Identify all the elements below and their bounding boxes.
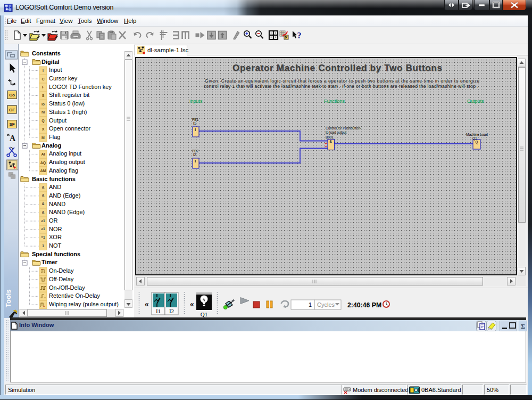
svg-text:&: &: [42, 193, 45, 197]
svg-text:AQ: AQ: [40, 161, 46, 165]
svg-text:M: M: [41, 136, 45, 140]
svg-text:Co: Co: [9, 93, 15, 97]
svg-text:SF: SF: [9, 122, 14, 127]
svg-text:«: «: [145, 300, 149, 308]
svg-text:&: &: [42, 185, 45, 189]
svg-text:I1: I1: [156, 308, 161, 314]
svg-text:hi: hi: [41, 110, 45, 114]
svg-text:2:40:46 PM: 2:40:46 PM: [347, 301, 381, 309]
svg-text:=1: =1: [41, 235, 45, 239]
svg-text:I: I: [43, 69, 44, 72]
svg-text:&: &: [42, 202, 45, 206]
svg-text:lo: lo: [41, 102, 45, 106]
svg-text:&: &: [329, 140, 332, 143]
svg-text:S: S: [42, 94, 45, 97]
svg-text:GF: GF: [9, 108, 15, 112]
svg-text:I2: I2: [169, 308, 174, 314]
svg-text:Σ: Σ: [521, 322, 526, 330]
svg-text:X: X: [42, 127, 45, 131]
svg-text:Q: Q: [41, 119, 45, 123]
svg-text:AI: AI: [41, 152, 45, 156]
svg-text:Cycles: Cycles: [317, 301, 335, 308]
svg-text:F: F: [42, 85, 45, 89]
svg-text:«: «: [190, 300, 194, 308]
svg-text:Q: Q: [475, 140, 478, 144]
svg-text:1: 1: [42, 244, 44, 248]
svg-text:&: &: [42, 210, 45, 214]
svg-text:Q1: Q1: [201, 311, 207, 317]
svg-text:C: C: [41, 77, 44, 81]
svg-text:A: A: [10, 134, 16, 143]
svg-text:≥1: ≥1: [41, 227, 45, 231]
svg-text:?: ?: [297, 31, 302, 40]
svg-text:≥1: ≥1: [41, 219, 45, 223]
svg-text:1: 1: [309, 301, 312, 308]
svg-text:AM: AM: [40, 169, 46, 173]
